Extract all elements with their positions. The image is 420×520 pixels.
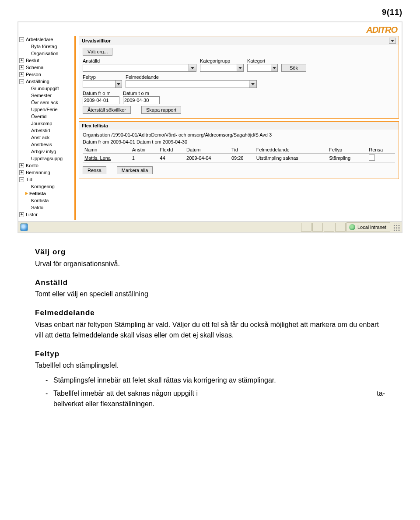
cell-namn[interactable]: Mattis, Lena [84, 155, 111, 161]
expand-icon[interactable]: + [19, 163, 24, 168]
datum-tom-input[interactable] [123, 96, 160, 104]
label-kategorigrupp: Kategorigrupp [200, 58, 244, 63]
cell-anstnr: 1 [130, 154, 158, 163]
tree-item-jourkomp[interactable]: Jourkomp [19, 120, 74, 127]
heading-feltyp: Feltyp [35, 348, 385, 360]
tree-label: Bemanning [26, 170, 50, 175]
tree-label: Tid [26, 177, 32, 182]
cell-tid: 09:26 [230, 154, 255, 163]
tree-item-semester[interactable]: Semester [19, 92, 74, 99]
panel-title: Flex fellista [82, 123, 108, 128]
col-namn[interactable]: Namn [83, 146, 130, 154]
tree-item-arbetstid[interactable]: Arbetstid [19, 127, 74, 134]
feltyp-input[interactable] [83, 80, 115, 88]
felmeddelande-input[interactable] [126, 80, 249, 88]
tree-label: Arbetstid [31, 128, 50, 133]
aterstall-button[interactable]: Återställ sökvillkor [83, 106, 131, 114]
tree-label: Jourkomp [31, 121, 52, 126]
sok-button[interactable]: Sök [281, 64, 306, 72]
tree-item-anstbevis[interactable]: Anstbevis [19, 141, 74, 148]
tree-item-beslut[interactable]: +Beslut [19, 57, 74, 64]
tree-item-byta-f-retag[interactable]: Byta företag [19, 43, 74, 50]
list-item: -Stämplingsfel innebär att felet skall r… [46, 375, 385, 386]
tree-label: Korrlista [31, 198, 49, 203]
tree-item-fellista[interactable]: Fellista [19, 190, 74, 197]
anstalld-input[interactable] [83, 64, 189, 72]
tree-item-arbetsledare[interactable]: −Arbetsledare [19, 36, 74, 43]
tree-item--vertid[interactable]: Övertid [19, 113, 74, 120]
status-cell [335, 223, 346, 232]
resize-grip-icon[interactable] [393, 224, 400, 231]
tree-item--vr-sem-ack[interactable]: Övr sem ack [19, 99, 74, 106]
tree-item-bemanning[interactable]: +Bemanning [19, 169, 74, 176]
tree-label: Konto [26, 163, 38, 168]
chevron-down-icon[interactable] [189, 64, 196, 72]
col-feltyp[interactable]: Feltyp [327, 146, 367, 154]
label-datum-from: Datum fr o m [83, 91, 119, 96]
col-felmeddelande[interactable]: Felmeddelande [255, 146, 327, 154]
tree-label: Schema [26, 65, 43, 70]
tree-item-arbgiv-intyg[interactable]: Arbgiv intyg [19, 148, 74, 155]
tree-label: Anstbevis [31, 142, 52, 147]
tree-item-person[interactable]: +Person [19, 71, 74, 78]
expand-icon[interactable]: + [19, 170, 24, 175]
expand-icon[interactable]: + [19, 65, 24, 70]
panel-urvalsvillkor: Urvalsvillkor Välj org... Anställd [79, 36, 399, 119]
col-flexid[interactable]: FlexId [158, 146, 185, 154]
tree-label: Arbgiv intyg [31, 149, 56, 154]
cell-feltyp: Stämpling [327, 154, 367, 163]
splitter[interactable] [74, 36, 76, 220]
tree-item-korrlista[interactable]: Korrlista [19, 197, 74, 204]
rensa-button[interactable]: Rensa [83, 166, 106, 174]
kategori-input[interactable] [247, 64, 271, 72]
tree-item-tid[interactable]: −Tid [19, 176, 74, 183]
page-number: 9(11) [0, 0, 420, 21]
tree-item-konto[interactable]: +Konto [19, 162, 74, 169]
collapse-icon[interactable]: − [19, 37, 24, 42]
chevron-down-icon[interactable] [115, 80, 122, 88]
tree-label: Listor [26, 212, 38, 217]
active-marker-icon [25, 192, 28, 195]
chevron-down-icon[interactable] [271, 64, 278, 72]
col-rensa[interactable]: Rensa [367, 146, 395, 154]
tree-item-anst-llning[interactable]: −Anställning [19, 78, 74, 85]
expand-icon[interactable]: + [19, 212, 24, 217]
col-anstnr[interactable]: Anstnr [130, 146, 158, 154]
tree-label: Övertid [31, 114, 46, 119]
tree-item-listor[interactable]: +Listor [19, 211, 74, 218]
datum-from-input[interactable] [83, 96, 119, 104]
tree-item-organisation[interactable]: Organisation [19, 50, 74, 57]
chevron-down-icon[interactable] [249, 80, 257, 88]
tree-label: Grunduppgift [31, 86, 59, 91]
kategorigrupp-input[interactable] [200, 64, 237, 72]
tree-item-saldo[interactable]: Saldo [19, 204, 74, 211]
tree-label: Organisation [31, 51, 58, 56]
valj-org-button[interactable]: Välj org... [83, 48, 112, 56]
heading-anstalld: Anställd [35, 277, 385, 288]
tree-item-uppdragsuppg[interactable]: Uppdragsuppg [19, 155, 74, 162]
tree-label: Korrigering [31, 184, 55, 189]
main-content: Urvalsvillkor Välj org... Anställd [79, 36, 402, 220]
expand-icon[interactable]: + [19, 72, 24, 77]
list-item: -Tabellfel innebär att det saknas någon … [46, 388, 385, 409]
tree-item-anst-ack[interactable]: Anst ack [19, 134, 74, 141]
expand-icon[interactable]: + [19, 58, 24, 63]
markera-alla-button[interactable]: Markera alla [117, 166, 153, 174]
col-datum[interactable]: Datum [185, 146, 230, 154]
collapse-icon[interactable]: − [19, 177, 24, 182]
tree-item-korrigering[interactable]: Korrigering [19, 183, 74, 190]
status-bar: Local intranet [18, 221, 402, 232]
tree-item-grunduppgift[interactable]: Grunduppgift [19, 85, 74, 92]
skapa-rapport-button[interactable]: Skapa rapport [141, 106, 181, 114]
col-tid[interactable]: Tid [230, 146, 255, 154]
tree-item-schema[interactable]: +Schema [19, 64, 74, 71]
collapse-icon[interactable]: − [19, 79, 24, 84]
collapse-icon[interactable] [389, 38, 396, 44]
tree-item-uppeh-ferie[interactable]: Uppeh/Ferie [19, 106, 74, 113]
table-row[interactable]: Mattis, Lena 1 44 2009-04-04 09:26 Utstä… [83, 154, 395, 163]
label-kategori: Kategori [247, 58, 278, 63]
zone-indicator: Local intranet [346, 222, 390, 232]
rensa-checkbox[interactable] [369, 155, 375, 161]
tree-label: Uppeh/Ferie [31, 107, 58, 112]
chevron-down-icon[interactable] [237, 64, 244, 72]
